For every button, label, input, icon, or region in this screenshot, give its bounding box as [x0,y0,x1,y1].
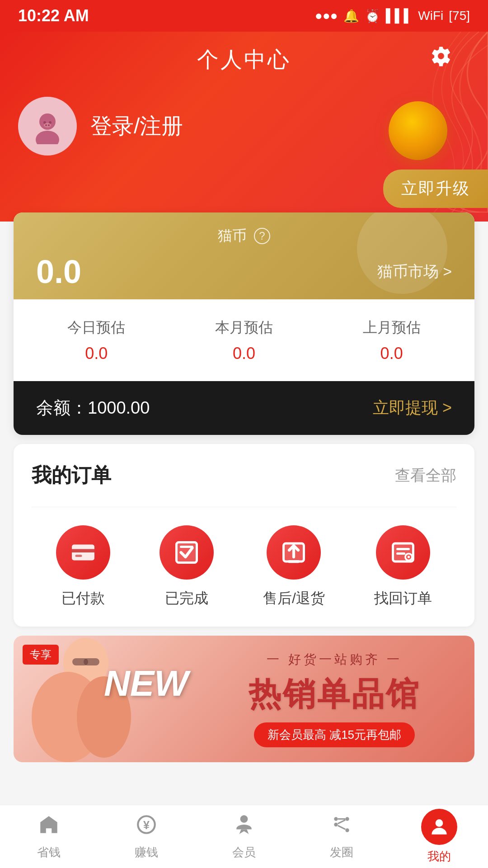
banner-promo-text: 新会员最高 减15元再包邮 [254,722,415,747]
order-completed[interactable]: 已完成 [160,525,214,609]
orders-title: 我的订单 [32,462,111,489]
svg-rect-9 [75,555,82,557]
balance-bar: 余额：1000.00 立即提现 > [14,381,474,435]
stat-last-month-label: 上月预估 [363,318,421,338]
member-icon [233,813,255,841]
order-paid-label: 已付款 [61,589,105,609]
order-aftersale-label: 售后/退货 [263,589,325,609]
status-icons: ●●● 🔔 ⏰ ▌▌▌ WiFi [75] [315,9,470,24]
svg-point-35 [436,819,443,827]
banner-main-title: 热销单品馆 [249,673,420,716]
svg-point-6 [48,124,50,126]
share-icon [330,813,353,841]
banner-section[interactable]: 专享 NEW 一 好货一站购齐 一 热销单品馆 新会员最高 减15元再包邮 [14,636,474,762]
nav-item-share[interactable]: 发圈 [305,813,378,860]
svg-point-5 [45,124,47,126]
order-completed-icon-circle [160,525,214,580]
svg-rect-8 [72,549,94,553]
stat-today: 今日预估 0.0 [67,318,125,363]
coins-market-button[interactable]: 猫币市场 > [377,261,452,282]
stat-month-label: 本月预估 [215,318,273,338]
nav-share-label: 发圈 [330,844,353,860]
avatar[interactable] [18,97,77,156]
nav-item-earn[interactable]: ¥ 赚钱 [110,813,183,860]
order-aftersale-icon-circle [267,525,321,580]
profile-row[interactable]: 登录/注册 [18,97,470,156]
svg-text:¥: ¥ [143,819,150,831]
stat-month: 本月预估 0.0 [215,318,273,363]
coins-label: 猫币 [218,226,247,246]
bell-icon: 🔔 [343,9,359,24]
orders-divider [32,507,456,507]
svg-point-1 [36,131,59,144]
balance-text: 余额：1000.00 [36,396,150,420]
svg-line-32 [338,820,346,823]
money-icon: ¥ [135,813,158,841]
coins-top-section: 猫币 ? 0.0 猫币市场 > [14,212,474,299]
nav-member-label: 会员 [232,844,256,860]
status-time: 10:22 AM [18,6,89,25]
store-icon [38,813,60,841]
stat-today-value: 0.0 [85,344,108,363]
alarm-icon: ⏰ [365,9,380,24]
battery-icon: [75] [449,9,470,23]
svg-rect-10 [177,542,197,563]
status-bar: 10:22 AM ●●● 🔔 ⏰ ▌▌▌ WiFi [75] [0,0,488,32]
gold-orb-decoration [389,101,447,160]
signal-icon: ●●● [315,9,338,23]
coins-help-button[interactable]: ? [254,228,270,244]
bottom-nav: 省钱 ¥ 赚钱 会员 [0,805,488,868]
wifi-icon: WiFi [418,9,443,23]
svg-point-29 [345,817,349,821]
order-recover-icon-circle [376,525,430,580]
settings-button[interactable] [430,45,452,72]
banner-text-area: 一 好货一站购齐 一 热销单品馆 新会员最高 减15元再包邮 [203,636,474,762]
coins-amount-row: 0.0 猫币市场 > [36,253,452,290]
coins-card: 猫币 ? 0.0 猫币市场 > 今日预估 0.0 本月预估 0.0 上月预估 0… [14,212,474,435]
stat-last-month: 上月预估 0.0 [363,318,421,363]
svg-point-28 [334,822,338,826]
profile-nav-avatar [421,809,457,845]
signal-bar-icon: ▌▌▌ [386,9,413,23]
order-recover-label: 找回订单 [374,589,432,609]
nav-profile-label: 我的 [427,849,451,864]
svg-rect-25 [84,658,99,665]
login-register-text[interactable]: 登录/注册 [90,112,183,141]
banner-subtitle: 一 好货一站购齐 一 [267,651,402,668]
stat-last-month-value: 0.0 [380,344,403,363]
orders-section: 我的订单 查看全部 已付款 已完成 [14,444,474,627]
svg-point-31 [334,817,338,821]
nav-item-profile[interactable]: 我的 [403,809,475,864]
nav-save-label: 省钱 [37,844,61,860]
stat-today-label: 今日预估 [67,318,125,338]
coins-label-row: 猫币 ? [36,226,452,246]
order-completed-label: 已完成 [165,589,208,609]
order-paid-icon-circle [56,525,110,580]
upgrade-button[interactable]: 立即升级 [383,170,488,208]
order-aftersale[interactable]: 售后/退货 [263,525,325,609]
header-section: 个人中心 登录/注册 立即升级 [0,32,488,222]
withdraw-button[interactable]: 立即提现 > [373,397,452,419]
stats-row: 今日预估 0.0 本月预估 0.0 上月预估 0.0 [14,299,474,381]
view-all-orders-button[interactable]: 查看全部 [395,465,456,486]
page-title: 个人中心 [197,45,291,74]
order-recover[interactable]: 找回订单 [374,525,432,609]
coins-amount: 0.0 [36,253,81,290]
orders-header: 我的订单 查看全部 [32,462,456,489]
svg-line-33 [338,826,346,829]
banner-new-text: NEW [104,663,188,704]
nav-item-save[interactable]: 省钱 [13,813,85,860]
svg-point-4 [44,123,51,127]
nav-earn-label: 赚钱 [135,844,158,860]
nav-item-member[interactable]: 会员 [208,813,280,860]
header-title-row: 个人中心 [18,32,470,74]
order-paid[interactable]: 已付款 [56,525,110,609]
stat-month-value: 0.0 [233,344,255,363]
svg-point-30 [345,828,349,832]
orders-icons-row: 已付款 已完成 售后/退货 [32,525,456,609]
